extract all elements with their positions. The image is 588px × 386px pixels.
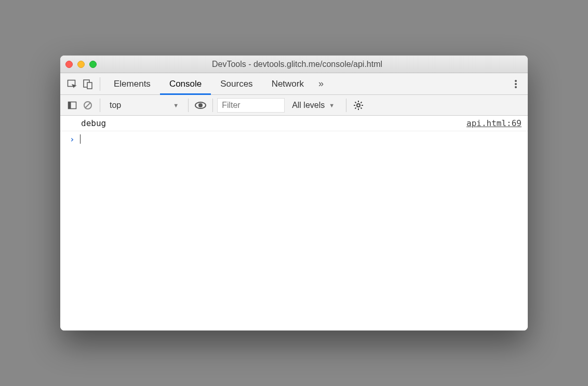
clear-console-icon[interactable] (80, 98, 96, 113)
inspect-element-icon[interactable] (64, 76, 80, 92)
svg-point-12 (357, 104, 360, 107)
svg-rect-2 (87, 82, 92, 89)
log-entry[interactable]: debug api.html:69 (60, 116, 528, 131)
log-source-link[interactable]: api.html:69 (466, 118, 522, 128)
context-label: top (110, 101, 121, 110)
log-levels-selector[interactable]: All levels ▼ (285, 101, 342, 110)
prompt-chevron-icon: › (70, 134, 75, 144)
tab-sources[interactable]: Sources (211, 73, 262, 95)
window-title: DevTools - devtools.glitch.me/console/ap… (72, 60, 523, 69)
levels-label: All levels (292, 101, 325, 110)
main-toolbar: Elements Console Sources Network » (60, 73, 528, 95)
svg-line-19 (355, 107, 356, 108)
chevron-down-icon: ▼ (329, 102, 335, 108)
console-output: debug api.html:69 › (60, 116, 528, 330)
settings-icon[interactable] (351, 98, 366, 113)
filter-input[interactable] (217, 98, 285, 113)
svg-line-20 (361, 102, 362, 103)
live-expression-icon[interactable] (193, 98, 208, 113)
console-toolbar: top ▼ All levels ▼ (60, 95, 528, 116)
separator (100, 99, 100, 112)
svg-line-9 (85, 103, 90, 108)
device-toolbar-icon[interactable] (80, 76, 96, 92)
separator (212, 99, 213, 112)
separator (346, 99, 346, 112)
titlebar: DevTools - devtools.glitch.me/console/ap… (60, 56, 528, 73)
more-tabs-icon[interactable]: » (313, 76, 329, 92)
console-prompt[interactable]: › (60, 131, 528, 147)
svg-point-11 (198, 103, 203, 107)
input-caret (80, 134, 81, 144)
toggle-sidebar-icon[interactable] (64, 98, 80, 113)
tab-elements[interactable]: Elements (104, 73, 160, 95)
svg-line-17 (355, 102, 356, 103)
log-message: debug (81, 118, 466, 128)
svg-point-5 (515, 86, 517, 88)
tab-network[interactable]: Network (262, 73, 313, 95)
devtools-window: DevTools - devtools.glitch.me/console/ap… (60, 56, 528, 330)
svg-line-18 (361, 107, 362, 108)
tab-console[interactable]: Console (160, 73, 211, 95)
svg-point-4 (515, 83, 517, 85)
separator (188, 99, 189, 112)
chevron-down-icon: ▼ (173, 102, 179, 108)
svg-point-3 (515, 80, 517, 82)
menu-icon[interactable] (508, 76, 524, 92)
context-selector[interactable]: top ▼ (104, 101, 184, 110)
separator (100, 77, 100, 91)
svg-rect-7 (69, 102, 71, 108)
